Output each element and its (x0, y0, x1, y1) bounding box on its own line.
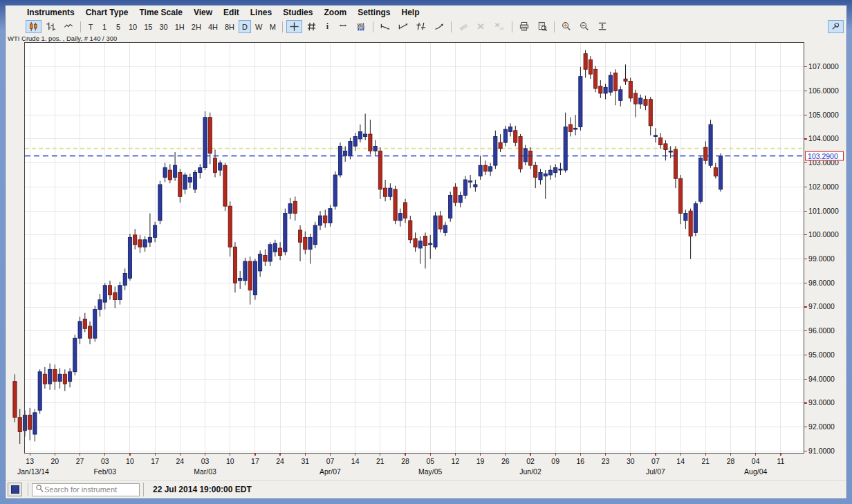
date-axis-day-label: 04 (752, 458, 760, 465)
timeframe-button-1H[interactable]: 1H (172, 20, 187, 33)
delete-all-icon: all (493, 21, 506, 32)
price-axis-label: 101.0000 (808, 207, 839, 215)
menu-lines[interactable]: Lines (247, 7, 275, 18)
toolbar: T151015301H2H4H8HDWM i vol all (6, 19, 846, 35)
price-axis-label: 102.0000 (808, 183, 839, 191)
date-axis-day-label: 11 (777, 458, 784, 465)
timeframe-button-1[interactable]: 1 (98, 20, 111, 33)
menu-studies[interactable]: Studies (279, 7, 316, 18)
menu-settings[interactable]: Settings (354, 7, 393, 18)
parallel-channel-icon (416, 21, 427, 32)
toolbar-button-zoom-out[interactable] (576, 20, 593, 33)
toolbar-separator (451, 21, 452, 32)
menu-instruments[interactable]: Instruments (24, 7, 78, 18)
date-axis-day-label: 12 (452, 458, 460, 465)
toolbar-separator (512, 21, 512, 32)
toolbar-button-print-preview[interactable] (534, 20, 550, 33)
date-axis-month-label: Jul/07 (646, 468, 665, 476)
timeframe-button-5[interactable]: 5 (112, 20, 124, 33)
price-axis-label: 105.0000 (808, 111, 839, 119)
toolbar-button-trendline-down[interactable] (377, 20, 393, 33)
ray-arrow-icon (434, 21, 445, 32)
clock-timestamp: 22 Jul 2014 19:00:00 EDT (153, 485, 252, 494)
instrument-indicator-button[interactable] (8, 483, 22, 496)
date-axis-month-label: Apr/07 (320, 468, 341, 476)
date-axis-day-label: 28 (727, 458, 735, 465)
date-axis-day-label: 20 (51, 458, 59, 465)
menu-bar: InstrumentsChart TypeTime ScaleViewEditL… (6, 6, 846, 19)
timeframe-button-10[interactable]: 10 (126, 20, 140, 33)
menu-chart-type[interactable]: Chart Type (82, 7, 132, 18)
print-icon (519, 21, 530, 32)
date-axis-day-label: 30 (627, 458, 635, 465)
toolbar-button-parallel-channel[interactable] (413, 20, 429, 33)
timeframe-button-8H[interactable]: 8H (222, 20, 237, 33)
menu-help[interactable]: Help (398, 7, 423, 18)
toolbar-button-ohlc-chart[interactable] (43, 20, 59, 33)
price-axis-label: 93.0000 (808, 399, 835, 407)
toolbar-button-parallel-lines[interactable] (455, 20, 472, 33)
menu-view[interactable]: View (190, 7, 216, 18)
toolbar-button-zoom-in[interactable] (558, 20, 575, 33)
toolbar-button-horizontal-scale[interactable] (335, 20, 351, 33)
date-axis-day-label: 17 (151, 458, 159, 465)
toolbar-button-delete-all[interactable]: all (490, 20, 508, 33)
toolbar-button-trendline-up[interactable] (395, 20, 411, 33)
date-axis-day-label: 10 (226, 458, 234, 465)
toolbar-button-pin[interactable] (828, 20, 844, 33)
statusbar-divider (28, 483, 28, 496)
fit-vertical-icon (597, 21, 608, 32)
info-icon: i (326, 21, 328, 32)
menu-time-scale[interactable]: Time Scale (136, 7, 185, 18)
date-axis-day-label: 13 (26, 458, 34, 465)
timeframe-button-D[interactable]: D (239, 20, 251, 33)
parallel-lines-icon (458, 22, 469, 32)
toolbar-button-delete-line[interactable] (473, 20, 489, 33)
date-axis-day-label: 23 (602, 458, 610, 465)
date-axis-day-label: 17 (251, 458, 259, 465)
timeframe-button-T[interactable]: T (84, 20, 97, 33)
timeframe-button-15[interactable]: 15 (141, 20, 155, 33)
timeframe-button-M[interactable]: M (266, 20, 279, 33)
search-input[interactable] (44, 485, 142, 494)
date-axis-day-label: 19 (476, 458, 485, 465)
toolbar-button-info[interactable]: i (321, 20, 333, 33)
instrument-label: WTI Crude 1. pos. , Daily, # 140 / 300 (6, 35, 846, 42)
toolbar-button-fit-vertical[interactable] (594, 20, 611, 33)
toolbar-button-line-chart[interactable] (60, 20, 77, 33)
candlestick-chart[interactable]: 91.000092.000093.000094.000095.000096.00… (6, 42, 846, 480)
toolbar-button-ray-arrow[interactable] (431, 20, 447, 33)
toolbar-button-candlestick-chart[interactable] (26, 20, 41, 33)
toolbar-button-crosshair[interactable] (286, 20, 302, 33)
price-axis-label: 92.0000 (808, 423, 835, 431)
date-axis-day-label: 07 (326, 458, 335, 465)
timeframe-button-W[interactable]: W (252, 20, 265, 33)
toolbar-button-grid[interactable] (304, 20, 320, 33)
timeframe-button-30[interactable]: 30 (157, 20, 171, 33)
date-axis-day-label: 24 (276, 458, 284, 465)
delete-line-icon (476, 22, 486, 32)
menu-zoom[interactable]: Zoom (320, 7, 350, 18)
date-axis-day-label: 31 (301, 458, 309, 465)
date-axis-day-label: 27 (76, 458, 84, 465)
timeframe-button-4H[interactable]: 4H (205, 20, 221, 33)
timeframe-button-2H[interactable]: 2H (189, 20, 204, 33)
chart-area[interactable]: 91.000092.000093.000094.000095.000096.00… (6, 42, 846, 480)
toolbar-separator (80, 21, 81, 32)
print-preview-icon (537, 21, 548, 32)
date-axis-day-label: 14 (351, 458, 360, 465)
price-axis-label: 104.0000 (808, 135, 839, 142)
menu-edit[interactable]: Edit (220, 7, 243, 18)
horizontal-scale-icon (337, 23, 349, 30)
date-axis-day-label: 05 (426, 458, 434, 465)
date-axis-day-label: 02 (526, 458, 535, 465)
toolbar-button-print[interactable] (516, 20, 532, 33)
date-axis-day-label: 03 (201, 458, 210, 465)
date-axis-day-label: 03 (101, 458, 109, 465)
instrument-search-box[interactable] (32, 483, 140, 496)
price-axis-label: 94.0000 (808, 375, 835, 383)
price-axis-label: 96.0000 (808, 327, 835, 335)
blue-square-icon (11, 485, 19, 494)
toolbar-button-volume[interactable]: vol (353, 20, 369, 33)
toolbar-separator (554, 21, 555, 32)
